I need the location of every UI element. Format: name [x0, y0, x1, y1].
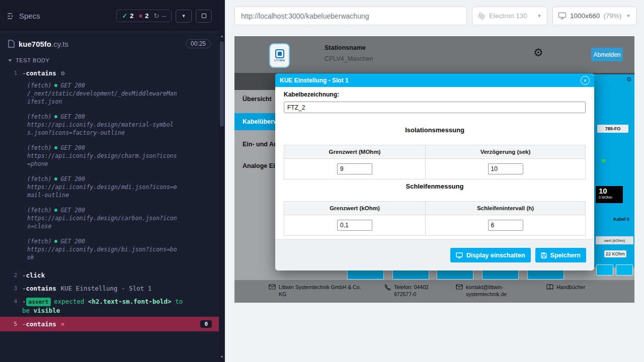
loop-interval-input[interactable]: [488, 220, 523, 231]
display-on-button[interactable]: Display einschalten: [450, 248, 531, 262]
app-header: LITTWIN Stationsname CPLV4_Maschen ⚙ Abm…: [234, 36, 634, 73]
fetch-url: /_next/static/development/_devMiddleware…: [27, 89, 179, 106]
passed-count: 2: [130, 12, 133, 20]
scroll-up-icon[interactable]: ▲: [219, 32, 225, 39]
iso-delay-input[interactable]: [488, 163, 523, 174]
logout-button[interactable]: Abmelden: [591, 48, 623, 61]
logo-mark-icon: [275, 49, 284, 58]
isolation-table: Grenzwert (MOhm) Verzögerung (sek): [284, 145, 586, 179]
station-name-value: CPLV4_Maschen: [325, 55, 373, 62]
collapse-button[interactable]: ▾: [176, 10, 192, 23]
mail-icon: [269, 284, 276, 290]
command-click[interactable]: 2 click: [0, 268, 219, 282]
save-icon: [541, 252, 547, 258]
fail-x-icon: ×: [61, 320, 65, 328]
save-button[interactable]: Speichern: [535, 248, 586, 262]
stop-run-button[interactable]: [196, 10, 212, 23]
fetch-label: (fetch): [27, 81, 51, 89]
run-stats: ✓2 ×2 ↻--: [116, 10, 172, 22]
logo-text: LITTWIN: [274, 59, 285, 62]
chevron-down-icon: ▾: [182, 13, 185, 19]
fetch-label: (fetch): [27, 237, 51, 245]
slot-button[interactable]: [616, 264, 633, 276]
stop-icon: [202, 14, 206, 18]
scroll-down-icon[interactable]: ▼: [219, 353, 225, 360]
command-number: 1: [0, 69, 22, 77]
viewport-scale: (79%): [603, 12, 621, 20]
passed-icon: ✓: [122, 12, 127, 20]
fetch-status: GET 200: [60, 175, 85, 183]
fetch-status: GET 200: [60, 113, 85, 121]
command-contains-failed[interactable]: 5 contains× 0: [0, 317, 219, 331]
command-name: click: [26, 272, 45, 279]
failed-icon: ×: [139, 12, 143, 20]
fetch-log-3[interactable]: (fetch)GET 200 https://api.iconify.desig…: [0, 144, 186, 168]
fetch-log-5[interactable]: (fetch)GET 200 https://api.iconify.desig…: [0, 206, 186, 230]
cable-label: Kabel 5: [613, 217, 629, 222]
command-contains-2[interactable]: 3 containsKUE Einstellung - Slot 1: [0, 282, 219, 295]
pending-icon: ↻: [153, 12, 159, 20]
cable-name-label: Kabelbezeichnung:: [284, 91, 339, 98]
iso-limit-input[interactable]: [337, 163, 372, 174]
command-number: 5: [0, 320, 22, 328]
fetch-log-6[interactable]: (fetch)GET 200 https://api.iconify.desig…: [0, 237, 186, 261]
status-dot-icon: [54, 115, 57, 118]
fetch-log-2[interactable]: (fetch)GET 200 https://api.iconify.desig…: [0, 113, 186, 137]
chevron-down-icon: ▼: [626, 13, 631, 19]
fetch-log-4[interactable]: (fetch)GET 200 https://api.iconify.desig…: [0, 175, 186, 199]
fetch-url: https://api.iconify.design/material-symb…: [27, 121, 179, 137]
browser-select[interactable]: Electron 130 ▼: [472, 7, 547, 25]
panel-row-label: wert (kOhm): [596, 236, 633, 244]
aut-panel: http://localhost:3000/kabelueberwachung …: [225, 0, 644, 362]
loop-col1-header: Grenzwert (kOhm): [284, 202, 426, 215]
manuals-link[interactable]: Handbücher: [556, 284, 585, 291]
url-text: http://localhost:3000/kabelueberwachung: [241, 12, 369, 20]
test-body-toggle[interactable]: TEST BODY: [0, 52, 219, 66]
assert-state: visible: [34, 307, 60, 314]
url-bar[interactable]: http://localhost:3000/kabelueberwachung: [234, 7, 467, 25]
status-dot-icon: [54, 177, 57, 180]
station-name-label: Stationsname: [325, 44, 366, 51]
dialog-title: KUE Einstellung - Slot 1: [280, 77, 349, 84]
email-text: kontakt@littwin-systemtechnik.de: [466, 284, 521, 298]
command-contains-1[interactable]: 1 contains⚙: [0, 66, 219, 80]
test-body-label: TEST BODY: [16, 57, 50, 63]
sidebar-scrollbar[interactable]: ▲ ▼: [219, 0, 225, 362]
status-dot-icon: [602, 159, 605, 162]
caret-down-icon: [8, 59, 12, 62]
fetch-status: GET 200: [60, 206, 85, 214]
settings-gear-icon[interactable]: ⚙: [533, 46, 543, 59]
failed-count: 2: [145, 12, 148, 20]
display-unit: 0 MOhm: [599, 195, 620, 200]
fetch-log-1[interactable]: (fetch)GET 200 /_next/static/development…: [0, 81, 186, 106]
specs-nav[interactable]: Specs: [7, 12, 40, 20]
scrollbar-thumb[interactable]: [220, 41, 224, 127]
book-icon: [546, 284, 553, 290]
slot-button[interactable]: [596, 264, 613, 276]
viewport-icon: [558, 12, 567, 20]
close-icon[interactable]: ×: [581, 76, 590, 85]
chevron-down-icon: ▼: [537, 13, 542, 19]
viewport-select[interactable]: 1000x660 (79%) ▼: [552, 7, 636, 25]
fetch-url: https://api.iconify.design/bi.json?icons…: [27, 245, 179, 261]
app-footer: Littwin Systemtechnik GmbH & Co. KG Tele…: [234, 280, 634, 303]
retry-count-badge: 0: [200, 320, 212, 328]
command-arg: KUE Einstellung - Slot 1: [61, 285, 152, 292]
gear-icon: ⚙: [60, 70, 65, 77]
status-dot-icon: [54, 84, 57, 87]
littwin-logo: LITTWIN: [270, 44, 289, 67]
assert-pre: expected: [54, 298, 84, 305]
fetch-label: (fetch): [27, 175, 51, 183]
save-label: Speichern: [550, 252, 581, 259]
loop-limit-input[interactable]: [337, 220, 372, 231]
dialog-header: KUE Einstellung - Slot 1 ×: [275, 73, 594, 87]
electron-icon: [477, 12, 486, 20]
cable-name-input[interactable]: [284, 102, 586, 113]
command-name: contains: [26, 285, 56, 292]
loop-table: Grenzwert (kOhm) Schleifenintervall (h): [284, 201, 586, 236]
command-assert[interactable]: 4 assertexpected <h2.text-sm.font-bold> …: [0, 295, 219, 317]
loop-col2-header: Schleifenintervall (h): [426, 202, 585, 215]
fetch-status: GET 200: [60, 81, 85, 89]
display-on-label: Display einschalten: [466, 252, 525, 259]
slot-gear-icon[interactable]: ⚙: [626, 76, 632, 83]
